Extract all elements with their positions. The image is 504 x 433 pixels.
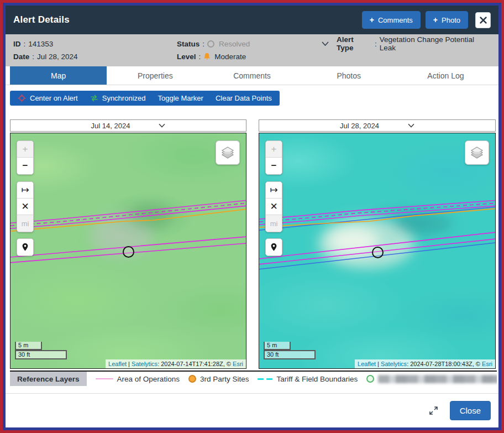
legend-item-redacted — [366, 372, 497, 386]
legend-item-tariff-field-boundaries: Tariff & Field Boundaries — [258, 372, 358, 386]
attr-separator: | — [127, 361, 132, 367]
info-row-1: ID : 141353 Status : Resolved Alert Type… — [13, 38, 491, 49]
clear-data-points-button[interactable]: Clear Data Points — [216, 94, 272, 102]
date-value: Jul 28, 2024 — [37, 53, 78, 61]
esri-link[interactable]: Esri — [482, 361, 492, 367]
pin-icon — [22, 243, 29, 252]
pin-control-right — [265, 238, 282, 256]
add-comments-button[interactable]: + Comments — [362, 11, 421, 29]
center-on-alert-button[interactable]: Center on Alert — [18, 94, 78, 102]
green-circle-swatch — [366, 375, 374, 383]
zoom-in-button[interactable]: + — [17, 141, 33, 158]
close-button[interactable]: Close — [450, 401, 491, 420]
center-on-alert-label: Center on Alert — [30, 94, 78, 102]
toggle-marker-button[interactable]: Toggle Marker — [158, 94, 203, 102]
close-icon[interactable] — [475, 12, 491, 28]
synchronized-label: Synchronized — [102, 94, 146, 102]
alert-marker — [372, 247, 384, 258]
alert-marker — [123, 246, 134, 258]
tab-action-log[interactable]: Action Log — [397, 66, 494, 85]
location-pin-button[interactable] — [266, 239, 282, 255]
legend-label: Tariff & Field Boundaries — [276, 375, 358, 383]
layers-button[interactable] — [465, 140, 489, 165]
scale-control-left: 5 m 30 ft — [15, 342, 67, 359]
sync-arrows-icon — [90, 95, 98, 102]
synchronized-button[interactable]: Synchronized — [90, 94, 146, 102]
maps-row: Jul 14, 2024 + — [6, 106, 498, 369]
alert-date: Date : Jul 28, 2024 — [13, 53, 177, 61]
status-value: Resolved — [219, 40, 250, 48]
zoom-in-button[interactable]: + — [266, 141, 282, 158]
map-canvas-left[interactable]: + − ↦ ✕ mi 5 m — [10, 133, 246, 369]
date-dropdown-right[interactable]: Jul 28, 2024 — [259, 119, 496, 132]
chevron-down-icon — [408, 123, 414, 128]
measure-unit-button[interactable]: mi — [17, 215, 33, 232]
colon: : — [202, 40, 204, 48]
chevron-down-icon[interactable] — [322, 41, 329, 46]
measure-cancel-button[interactable]: ✕ — [266, 199, 282, 215]
date-dropdown-left[interactable]: Jul 14, 2024 — [10, 119, 246, 132]
legend-item-area-of-operations: Area of Operations — [96, 372, 180, 386]
plus-icon: + — [370, 15, 374, 24]
modal-header: Alert Details + Comments + Photo — [6, 6, 498, 34]
tab-properties[interactable]: Properties — [107, 66, 203, 85]
colon: : — [24, 40, 26, 48]
legend-title: Reference Layers — [10, 372, 87, 386]
satelytics-link[interactable]: Satelytics — [132, 361, 158, 367]
level-value: Moderate — [214, 53, 246, 61]
status-label: Status — [177, 40, 200, 48]
modal-title: Alert Details — [13, 14, 70, 25]
tab-map[interactable]: Map — [10, 66, 107, 85]
satelytics-link[interactable]: Satelytics — [381, 361, 407, 367]
info-row-2: Date : Jul 28, 2024 Level : Moderate — [13, 51, 491, 62]
add-comments-label: Comments — [378, 16, 413, 24]
alert-info-bar: ID : 141353 Status : Resolved Alert Type… — [6, 34, 498, 66]
measure-cancel-button[interactable]: ✕ — [17, 199, 33, 215]
redacted-label — [378, 375, 497, 383]
esri-link[interactable]: Esri — [233, 361, 243, 367]
add-photo-button[interactable]: + Photo — [426, 11, 468, 29]
map-canvas-right[interactable]: + − ↦ ✕ mi 5 m — [259, 133, 496, 369]
leaflet-link[interactable]: Leaflet — [108, 361, 127, 367]
layers-icon — [470, 145, 484, 160]
zoom-control-left: + − — [17, 140, 34, 175]
zoom-out-button[interactable]: − — [17, 158, 33, 174]
alert-level: Level : Moderate — [177, 53, 322, 61]
id-value: 141353 — [28, 40, 53, 48]
expand-icon[interactable] — [428, 405, 439, 416]
zoom-out-button[interactable]: − — [266, 158, 282, 174]
alert-id: ID : 141353 — [13, 40, 177, 48]
legend-item-3rd-party-sites: 3rd Party Sites — [188, 372, 249, 386]
date-dropdown-right-value: Jul 28, 2024 — [340, 122, 379, 130]
tab-comments[interactable]: Comments — [203, 66, 300, 85]
alert-status: Status : Resolved — [177, 40, 322, 48]
alert-type-value: Vegetation Change Potential Leak — [380, 35, 491, 52]
capture-timestamp: : 2024-07-28T18:00:43Z, © — [407, 361, 482, 367]
id-label: ID — [13, 40, 21, 48]
leaflet-link[interactable]: Leaflet — [358, 361, 376, 367]
alert-type: Alert Type : Vegetation Change Potential… — [322, 35, 491, 52]
tab-photos[interactable]: Photos — [301, 66, 397, 85]
date-label: Date — [13, 53, 29, 61]
scale-imperial: 30 ft — [264, 350, 316, 359]
map-panel-right: Jul 28, 2024 — [259, 119, 496, 369]
pin-icon — [270, 243, 277, 252]
measure-start-button[interactable]: ↦ — [266, 182, 282, 199]
capture-timestamp: : 2024-07-14T17:41:28Z, © — [158, 361, 233, 367]
alert-details-modal: Alert Details + Comments + Photo ID : 14… — [6, 6, 498, 427]
attr-separator: | — [376, 361, 381, 367]
orange-circle-swatch — [188, 375, 196, 383]
measure-unit-button[interactable]: mi — [266, 215, 282, 232]
cyan-dash-swatch — [258, 378, 272, 380]
measure-control-right: ↦ ✕ mi — [265, 181, 282, 232]
layers-button[interactable] — [216, 140, 240, 165]
measure-control-left: ↦ ✕ mi — [17, 181, 34, 232]
toggle-marker-label: Toggle Marker — [158, 94, 203, 102]
location-pin-button[interactable] — [17, 239, 33, 255]
date-dropdown-left-value: Jul 14, 2024 — [91, 122, 130, 130]
map-panel-left: Jul 14, 2024 + — [10, 119, 246, 369]
map-attribution-left: Leaflet | Satelytics: 2024-07-14T17:41:2… — [106, 359, 246, 368]
footer-inner: Close — [6, 393, 498, 427]
alert-type-label: Alert Type — [337, 35, 372, 52]
measure-start-button[interactable]: ↦ — [17, 182, 33, 199]
